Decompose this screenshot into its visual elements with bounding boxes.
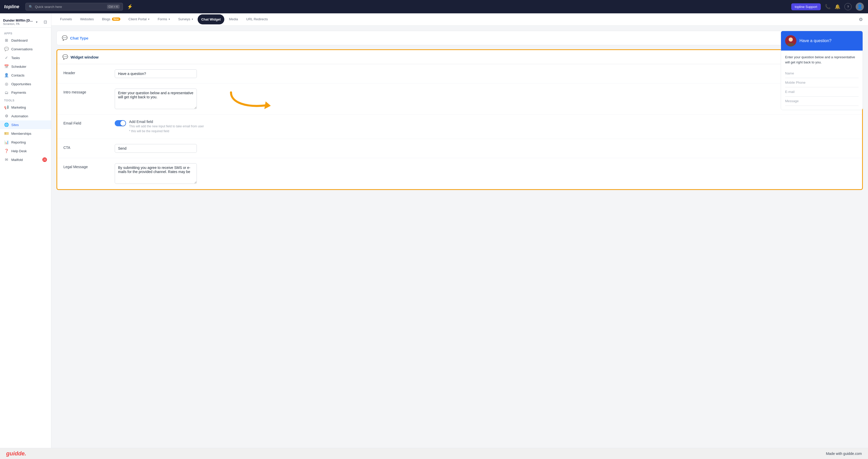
guidde-footer: guidde. Made with guidde.com bbox=[0, 448, 868, 459]
cta-input[interactable] bbox=[115, 144, 197, 153]
section-label-apps: Apps bbox=[0, 30, 51, 36]
cta-label: CTA bbox=[63, 144, 104, 150]
chat-form-field-phone: Mobile Phone bbox=[785, 78, 859, 87]
guidde-tagline: Made with guidde.com bbox=[826, 452, 862, 456]
email-field-label: Email Field bbox=[63, 120, 104, 125]
tab-url-redirects[interactable]: URL Redirects bbox=[243, 14, 271, 25]
sidebar-item-label: Tasks bbox=[11, 56, 20, 60]
tab-funnels[interactable]: Funnels bbox=[57, 14, 75, 25]
email-field-content: Add Email field This will add the new in… bbox=[115, 120, 204, 133]
intro-message-row: Intro message Enter your question below … bbox=[57, 84, 862, 115]
tab-client-portal[interactable]: Client Portal ▾ bbox=[125, 14, 153, 25]
sidebar-item-mailfold[interactable]: ✉ Mailfold 20 bbox=[0, 155, 51, 164]
legal-message-row: Legal Message By submitting you agree to… bbox=[57, 158, 862, 189]
tab-media[interactable]: Media bbox=[225, 14, 242, 25]
email-field-description: This will add the new input field to tak… bbox=[129, 124, 204, 129]
dashboard-icon: ⊞ bbox=[4, 38, 9, 42]
bell-icon[interactable]: 🔔 bbox=[835, 4, 840, 9]
chat-preview-header: Have a question? bbox=[781, 31, 863, 51]
sidebar-item-label: Conversations bbox=[11, 47, 33, 51]
sidebar-item-conversations[interactable]: 💬 Conversations bbox=[0, 45, 51, 53]
sites-icon: 🌐 bbox=[4, 122, 9, 127]
sidebar-item-helpdesk[interactable]: ❓ Help Desk bbox=[0, 147, 51, 155]
email-field-note: * this will be the required field bbox=[129, 129, 204, 133]
search-bar[interactable]: 🔍 Quick search here Ctrl + K bbox=[25, 3, 123, 10]
chat-form-field-name: Name bbox=[785, 69, 859, 78]
chat-preview-header-text: Have a question? bbox=[800, 38, 832, 43]
email-field-toggle[interactable] bbox=[115, 120, 126, 126]
email-field-row: Email Field Add Email field This will ad… bbox=[57, 115, 862, 139]
tab-blogs[interactable]: Blogs New bbox=[98, 14, 124, 25]
chat-type-section: 💬 Chat Type ✓ bbox=[57, 31, 863, 45]
sidebar-item-payments[interactable]: 🗂 Payments bbox=[0, 88, 51, 97]
chat-avatar bbox=[785, 35, 796, 47]
svg-point-2 bbox=[789, 37, 793, 41]
settings-icon[interactable]: ⚙ bbox=[859, 17, 863, 22]
sidebar-item-opportunities[interactable]: ◎ Opportunities bbox=[0, 80, 51, 88]
sidebar-item-label: Help Desk bbox=[11, 149, 27, 153]
sub-navigation: Funnels Websites Blogs New Client Portal… bbox=[51, 13, 868, 26]
intro-message-input[interactable]: Enter your question below and a represen… bbox=[115, 89, 197, 109]
main-content: 💬 Chat Type ✓ 💬 Widget window ▾ Header bbox=[51, 26, 868, 459]
conversations-icon: 💬 bbox=[4, 47, 9, 51]
sidebar-item-scheduler[interactable]: 📅 Scheduler bbox=[0, 62, 51, 71]
chat-preview: Have a question? Enter your question bel… bbox=[781, 31, 863, 110]
memberships-icon: 🎫 bbox=[4, 131, 9, 136]
help-icon[interactable]: ? bbox=[844, 3, 851, 10]
tab-websites[interactable]: Websites bbox=[76, 14, 97, 25]
widget-window-title: Widget window bbox=[70, 55, 98, 59]
search-shortcut: Ctrl + K bbox=[107, 5, 120, 9]
section-label-tools: Tools bbox=[0, 97, 51, 103]
chat-type-header[interactable]: 💬 Chat Type ✓ bbox=[57, 31, 863, 45]
chat-preview-area: Have a question? Enter your question bel… bbox=[781, 31, 863, 110]
widget-window-icon: 💬 bbox=[62, 54, 68, 60]
sidebar-collapse-button[interactable]: ⊡ bbox=[42, 19, 48, 25]
sidebar-item-reporting[interactable]: 📊 Reporting bbox=[0, 138, 51, 147]
opportunities-icon: ◎ bbox=[4, 82, 9, 86]
content-area: Funnels Websites Blogs New Client Portal… bbox=[51, 13, 868, 459]
search-placeholder: Quick search here bbox=[35, 5, 62, 9]
sidebar-item-automation[interactable]: ⚙ Automation bbox=[0, 112, 51, 120]
sidebar-item-label: Scheduler bbox=[11, 65, 26, 68]
mailfold-icon: ✉ bbox=[4, 157, 9, 162]
sidebar-item-dashboard[interactable]: ⊞ Dashboard bbox=[0, 36, 51, 45]
avatar[interactable]: 👤 bbox=[856, 3, 864, 11]
tab-chat-widget[interactable]: Chat Widget bbox=[197, 14, 224, 24]
header-field-row: Header bbox=[57, 64, 862, 84]
header-input[interactable] bbox=[115, 69, 197, 78]
cta-field-row: CTA bbox=[57, 139, 862, 158]
chat-intro-text: Enter your question below and a represen… bbox=[785, 55, 859, 65]
tasks-icon: ✓ bbox=[4, 56, 9, 60]
forms-dropdown-icon: ▾ bbox=[168, 18, 170, 21]
tab-surveys[interactable]: Surveys ▾ bbox=[175, 14, 196, 25]
sidebar-item-tasks[interactable]: ✓ Tasks bbox=[0, 53, 51, 62]
marketing-icon: 📢 bbox=[4, 105, 9, 110]
workspace-name: Dunder Mifflin [D... bbox=[3, 19, 33, 22]
client-portal-dropdown-icon: ▾ bbox=[148, 18, 149, 21]
legal-message-input[interactable]: By submitting you agree to receive SMS o… bbox=[115, 163, 197, 184]
contacts-icon: 👤 bbox=[4, 73, 9, 78]
email-field-main-text: Add Email field bbox=[129, 120, 204, 124]
header-label: Header bbox=[63, 69, 104, 75]
lightning-icon[interactable]: ⚡ bbox=[127, 4, 133, 9]
workspace-selector[interactable]: Dunder Mifflin [D... Scranton, PA ▾ ⊡ bbox=[0, 17, 51, 28]
sidebar-item-contacts[interactable]: 👤 Contacts bbox=[0, 71, 51, 80]
phone-icon[interactable]: 📞 bbox=[825, 4, 831, 9]
support-button[interactable]: topline Support bbox=[791, 3, 821, 10]
intro-message-label: Intro message bbox=[63, 89, 104, 94]
payments-icon: 🗂 bbox=[4, 90, 9, 95]
widget-window-header[interactable]: 💬 Widget window ▾ bbox=[57, 50, 862, 64]
workspace-dropdown-icon: ▾ bbox=[36, 20, 37, 24]
tab-forms[interactable]: Forms ▾ bbox=[154, 14, 174, 25]
sidebar-item-label: Dashboard bbox=[11, 38, 28, 42]
sidebar-item-memberships[interactable]: 🎫 Memberships bbox=[0, 129, 51, 138]
reporting-icon: 📊 bbox=[4, 140, 9, 145]
widget-window-card: 💬 Widget window ▾ Header Intro message E… bbox=[57, 49, 863, 190]
sidebar-item-label: Payments bbox=[11, 91, 26, 94]
scheduler-icon: 📅 bbox=[4, 64, 9, 69]
workspace-location: Scranton, PA bbox=[3, 22, 33, 25]
legal-message-label: Legal Message bbox=[63, 163, 104, 169]
sidebar-item-marketing[interactable]: 📢 Marketing bbox=[0, 103, 51, 112]
chat-form-field-email: E-mail bbox=[785, 87, 859, 96]
sidebar-item-sites[interactable]: 🌐 Sites bbox=[0, 120, 51, 129]
